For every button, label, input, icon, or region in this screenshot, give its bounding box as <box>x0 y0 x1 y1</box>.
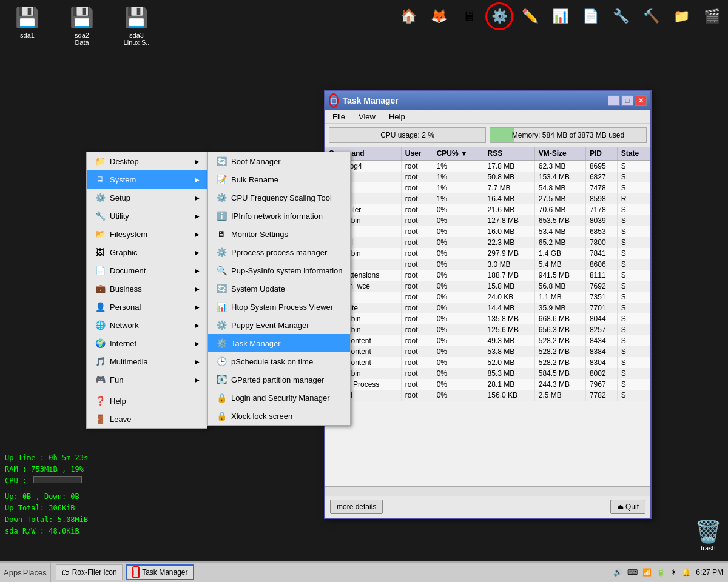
edit-icon[interactable]: ✏️ <box>516 2 544 30</box>
table-row[interactable]: conkyroot1%7.7 MB54.8 MB7478S <box>325 182 650 193</box>
table-row[interactable]: gtkdialog4root1%17.8 MB62.3 MB8695S <box>325 161 650 172</box>
menu-item-leave[interactable]: 🚪 Leave <box>87 410 207 428</box>
submenu-ipinfo[interactable]: ℹ️ IPInfo network information <box>208 207 350 225</box>
maximize-button[interactable]: □ <box>621 95 633 106</box>
submenu-pschedule[interactable]: 🕒 pSchedule task on time <box>208 352 350 370</box>
table-row[interactable]: firefox-binroot0%125.6 MB656.3 MB8257S <box>325 324 650 335</box>
table-row[interactable]: netmon_wceroot0%15.8 MB56.8 MB7692S <box>325 281 650 292</box>
submenu-gparted[interactable]: 💽 GParted partition manager <box>208 370 350 389</box>
menu-item-multimedia[interactable]: 🎵 Multimedia ▶ <box>87 352 207 370</box>
cpu-bar <box>33 476 82 483</box>
table-row[interactable]: ROX-Filerroot0%21.6 MB70.6 MB7178S <box>325 204 650 215</box>
apps-places-button[interactable]: Apps Places <box>0 563 51 582</box>
table-row[interactable]: dhcpcdroot0%156.0 KB2.5 MB7782S <box>325 390 650 401</box>
table-row[interactable]: Socket Processroot0%28.1 MB244.3 MB7967S <box>325 379 650 390</box>
table-row[interactable]: parcelliteroot0%14.4 MB35.9 MB7701S <box>325 303 650 313</box>
horizontal-scrollbar[interactable] <box>325 486 650 496</box>
cpu-bar-container <box>31 476 82 483</box>
table-row[interactable]: WebExtensionsroot0%188.7 MB941.5 MB8111S <box>325 270 650 281</box>
menu-item-personal[interactable]: 👤 Personal ▶ <box>87 298 207 316</box>
submenu-task-manager[interactable]: ⚙️ Task Manager <box>208 334 350 352</box>
quit-button[interactable]: ⏏ Quit <box>610 500 645 514</box>
menu-item-help[interactable]: ❓ Help <box>87 392 207 410</box>
menu-item-desktop[interactable]: 📁 Desktop ▶ <box>87 152 207 170</box>
desktop-icon-sda1[interactable]: 💾 sda1 <box>6 6 49 46</box>
spreadsheet-icon[interactable]: 📊 <box>546 2 574 30</box>
xlock-icon: 🔒 <box>215 410 228 422</box>
menu-item-fun[interactable]: 🎮 Fun ▶ <box>87 370 207 389</box>
doc-icon[interactable]: 📄 <box>576 2 604 30</box>
submenu-xlock[interactable]: 🔒 Xlock lock screen <box>208 407 350 425</box>
col-pid[interactable]: PID <box>585 147 617 161</box>
menu-item-graphic[interactable]: 🖼 Graphic ▶ <box>87 243 207 261</box>
cpu-usage-label: CPU usage: 2 % <box>380 131 434 139</box>
table-row[interactable]: jwmroot0%16.0 MB53.4 MB6853S <box>325 226 650 237</box>
menu-file[interactable]: File <box>330 112 348 122</box>
volume-icon[interactable]: 🔊 <box>613 568 622 577</box>
more-details-button[interactable]: more details <box>330 500 383 514</box>
menu-item-internet[interactable]: 🌍 Internet ▶ <box>87 334 207 352</box>
network-arrow-icon: ▶ <box>195 322 200 329</box>
minimize-button[interactable]: _ <box>608 95 620 106</box>
media-icon[interactable]: 🎬 <box>698 2 726 30</box>
menu-help[interactable]: Help <box>386 112 408 122</box>
trash-icon-container[interactable]: 🗑️ trash <box>695 519 722 552</box>
table-row[interactable]: firefox-binroot0%127.8 MB653.5 MB8039S <box>325 215 650 226</box>
col-state[interactable]: State <box>617 147 650 161</box>
submenu-monitor-settings[interactable]: 🖥 Monitor Settings <box>208 225 350 243</box>
submenu-bulk-rename[interactable]: 📝 Bulk Rename <box>208 170 350 189</box>
home-icon[interactable]: 🏠 <box>394 2 422 30</box>
menu-item-network[interactable]: 🌐 Network ▶ <box>87 316 207 334</box>
menu-view[interactable]: View <box>356 112 378 122</box>
tools-icon[interactable]: 🔧 <box>607 2 635 30</box>
submenu-login-security[interactable]: 🔒 Login and Security Manager <box>208 389 350 407</box>
menu-item-filesystem[interactable]: 📂 Filesystem ▶ <box>87 225 207 243</box>
menu-item-setup[interactable]: ⚙️ Setup ▶ <box>87 189 207 207</box>
menu-item-business[interactable]: 💼 Business ▶ <box>87 279 207 298</box>
firefox-icon[interactable]: 🦊 <box>425 2 453 30</box>
col-rss[interactable]: RSS <box>484 147 534 161</box>
terminal-icon[interactable]: 🖥 <box>455 2 483 30</box>
close-button[interactable]: ✕ <box>635 95 647 106</box>
brightness-icon[interactable]: ☀ <box>670 568 677 577</box>
col-user[interactable]: User <box>401 147 433 161</box>
submenu-htop[interactable]: 📊 Htop System Process Viewer <box>208 298 350 316</box>
col-cpu[interactable]: CPU% ▼ <box>433 147 484 161</box>
settings-icon[interactable]: ⚙️ <box>485 2 513 30</box>
desktop-icon-sda2[interactable]: 💾 sda2 Data <box>61 6 103 46</box>
table-row[interactable]: acpidroot0%24.0 KB1.1 MB7351S <box>325 292 650 303</box>
table-row[interactable]: Web Contentroot0%52.0 MB528.2 MB8304S <box>325 357 650 368</box>
menu-item-document[interactable]: 📄 Document ▶ <box>87 261 207 279</box>
desktop-icon-sda3[interactable]: 💾 sda3 Linux S.. <box>115 6 158 46</box>
submenu-boot-manager[interactable]: 🔄 Boot Manager <box>208 152 350 170</box>
business-menu-label: Business <box>110 284 142 293</box>
table-row[interactable]: firefox-binroot0%297.9 MB1.4 GB7841S <box>325 248 650 259</box>
col-vmsize[interactable]: VM-Size <box>534 147 585 161</box>
taskbar-rox-filer[interactable]: 🗂 Rox-Filer icon <box>56 564 123 580</box>
taskbar-task-manager[interactable]: □ Task Manager <box>126 564 194 580</box>
folder-icon[interactable]: 📁 <box>667 2 695 30</box>
submenu-puppy-event[interactable]: ⚙️ Puppy Event Manager <box>208 316 350 334</box>
taskbar-right: 🔊 ⌨ 📶 🔋 ☀ 🔔 6:27 PM <box>608 568 728 577</box>
table-row[interactable]: firefox-binroot0%85.3 MB584.5 MB8002S <box>325 368 650 379</box>
submenu-pup-sysinfo[interactable]: 🔍 Pup-SysInfo system information <box>208 261 350 279</box>
sound-icon[interactable]: 🔔 <box>682 568 691 577</box>
menu-item-system[interactable]: 🖥 System ▶ <box>87 170 207 189</box>
battery-icon[interactable]: 🔋 <box>656 568 666 577</box>
submenu-cpu-freq[interactable]: ⚙️ CPU Frequency Scaling Tool <box>208 189 350 207</box>
wifi-icon[interactable]: 📶 <box>642 568 652 577</box>
table-row[interactable]: Web Contentroot0%53.8 MB528.2 MB8384S <box>325 346 650 357</box>
table-row[interactable]: Xorgroot1%50.8 MB153.4 MB6827S <box>325 172 650 182</box>
table-row[interactable]: Web Contentroot0%49.3 MB528.2 MB8434S <box>325 335 650 346</box>
table-row[interactable]: retrovolroot0%22.3 MB65.2 MB7800S <box>325 237 650 248</box>
menu-item-utility[interactable]: 🔧 Utility ▶ <box>87 207 207 225</box>
keyboard-icon[interactable]: ⌨ <box>627 568 638 577</box>
table-row[interactable]: lxtaskroot1%16.4 MB27.5 MB8598R <box>325 193 650 204</box>
submenu-system-update[interactable]: 🔄 System Update <box>208 279 350 298</box>
submenu-pprocess[interactable]: ⚙️ Pprocess process manager <box>208 243 350 261</box>
wrench-icon[interactable]: 🔨 <box>637 2 665 30</box>
table-row[interactable]: firefox-binroot0%135.8 MB668.6 MB8044S <box>325 313 650 324</box>
xlock-label: Xlock lock screen <box>231 412 292 421</box>
process-table-container[interactable]: Command User CPU% ▼ RSS VM-Size PID Stat… <box>325 147 650 486</box>
table-row[interactable]: tasroot0%3.0 MB5.4 MB8606S <box>325 259 650 270</box>
